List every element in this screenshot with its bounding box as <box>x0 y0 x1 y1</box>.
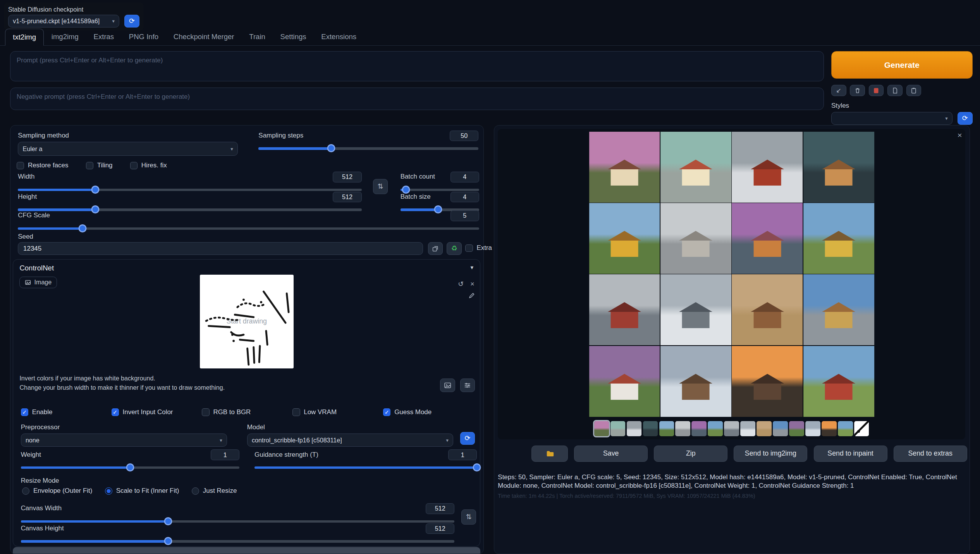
thumbnail[interactable] <box>659 421 674 436</box>
thumbnail[interactable] <box>822 421 837 436</box>
thumbnail[interactable] <box>676 421 691 436</box>
clear-prompt-button[interactable] <box>850 85 865 96</box>
tab-extensions[interactable]: Extensions <box>314 29 364 45</box>
save-style-button[interactable] <box>906 85 922 96</box>
resize-scale-to-fit-radio[interactable]: Scale to Fit (Inner Fit) <box>105 487 179 495</box>
brush-settings-button[interactable] <box>460 379 475 392</box>
save-button[interactable]: Save <box>574 446 648 462</box>
close-gallery-button[interactable]: × <box>958 131 962 140</box>
gallery-image[interactable] <box>660 274 731 345</box>
brush-icon[interactable] <box>468 292 475 299</box>
width-slider[interactable] <box>18 186 361 194</box>
collapse-caret-icon[interactable]: ▼ <box>469 265 475 270</box>
canvas-width-value[interactable]: 512 <box>426 503 454 514</box>
gallery-image[interactable] <box>589 346 660 417</box>
thumbnail[interactable] <box>740 421 755 436</box>
hires-fix-checkbox[interactable]: Hires. fix <box>130 162 167 169</box>
apply-style-button[interactable] <box>887 85 903 96</box>
upload-image-button[interactable] <box>440 379 455 392</box>
tab-png-info[interactable]: PNG Info <box>122 29 166 45</box>
seed-extra-checkbox[interactable]: Extra <box>465 244 492 252</box>
resize-just-resize-radio[interactable]: Just Resize <box>192 487 237 495</box>
gallery-image[interactable] <box>803 203 874 274</box>
preprocessor-dropdown[interactable]: none ▾ <box>21 434 227 447</box>
width-value[interactable]: 512 <box>333 172 361 182</box>
thumbnail[interactable] <box>724 421 739 436</box>
cfg-scale-slider[interactable] <box>18 224 479 232</box>
seed-input[interactable]: 12345 <box>18 242 423 255</box>
generate-button[interactable]: Generate <box>831 51 973 79</box>
gallery-image[interactable] <box>803 346 874 417</box>
send-to-img2img-button[interactable]: Send to img2img <box>734 446 807 462</box>
canvas-height-value[interactable]: 512 <box>426 523 454 534</box>
tab-txt2img[interactable]: txt2img <box>5 29 44 46</box>
thumbnail[interactable] <box>789 421 804 436</box>
refresh-models-button[interactable]: ⟳ <box>460 432 475 444</box>
enable-checkbox[interactable]: Enable <box>21 408 112 416</box>
paste-params-button[interactable]: ↙ <box>831 85 846 96</box>
weight-value[interactable]: 1 <box>211 449 239 460</box>
gallery-image[interactable] <box>803 274 874 345</box>
resize-envelope-radio[interactable]: Envelope (Outer Fit) <box>22 487 93 495</box>
thumbnail[interactable] <box>756 421 772 436</box>
batch-count-value[interactable]: 4 <box>450 172 479 182</box>
tab-settings[interactable]: Settings <box>273 29 314 45</box>
prompt-input[interactable]: Prompt (press Ctrl+Enter or Alt+Enter to… <box>10 51 824 81</box>
height-value[interactable]: 512 <box>333 192 361 202</box>
thumbnail[interactable] <box>773 421 788 436</box>
gallery-image[interactable] <box>589 203 660 274</box>
thumbnail[interactable] <box>643 421 658 436</box>
send-to-inpaint-button[interactable]: Send to inpaint <box>814 446 887 462</box>
thumbnail[interactable] <box>708 421 723 436</box>
undo-icon[interactable]: ↺ <box>458 281 464 288</box>
canvas-height-slider[interactable] <box>21 537 455 545</box>
controlnet-drawing-canvas[interactable]: Start drawing <box>200 275 294 368</box>
gallery-image[interactable] <box>589 132 660 203</box>
thumbnail-control-map[interactable] <box>854 421 869 436</box>
gallery-image[interactable] <box>660 346 731 417</box>
gallery-image[interactable] <box>803 132 874 203</box>
restore-faces-checkbox[interactable]: Restore faces <box>17 162 69 169</box>
canvas-width-slider[interactable] <box>21 517 455 525</box>
guidance-strength-value[interactable]: 1 <box>448 449 477 460</box>
styles-dropdown[interactable]: ▾ <box>831 112 952 124</box>
thumbnail[interactable] <box>627 421 642 436</box>
gallery-image[interactable] <box>732 346 803 417</box>
cfg-scale-value[interactable]: 5 <box>450 210 479 221</box>
guidance-strength-slider[interactable] <box>254 463 477 471</box>
clear-canvas-icon[interactable]: × <box>470 281 474 288</box>
swap-width-height-button[interactable]: ⇅ <box>373 179 388 194</box>
refresh-checkpoints-button[interactable]: ⟳ <box>124 15 139 27</box>
refresh-styles-button[interactable]: ⟳ <box>958 112 973 124</box>
weight-slider[interactable] <box>21 463 240 471</box>
gallery-image[interactable] <box>660 132 731 203</box>
rgb-to-bgr-checkbox[interactable]: RGB to BGR <box>202 408 292 416</box>
style-card-button[interactable] <box>869 85 884 96</box>
guess-mode-checkbox[interactable]: Guess Mode <box>383 408 474 416</box>
batch-size-value[interactable]: 4 <box>450 192 479 202</box>
gallery-image[interactable] <box>589 274 660 345</box>
gallery-image[interactable] <box>732 132 803 203</box>
gallery-image[interactable] <box>732 274 803 345</box>
thumbnail[interactable] <box>838 421 853 436</box>
script-section-collapsed[interactable] <box>13 547 480 553</box>
tab-train[interactable]: Train <box>242 29 273 45</box>
gallery-image[interactable] <box>660 203 731 274</box>
sampling-steps-value[interactable]: 50 <box>450 131 478 141</box>
swap-canvas-size-button[interactable]: ⇅ <box>461 509 476 525</box>
thumbnail[interactable] <box>594 421 609 436</box>
negative-prompt-input[interactable]: Negative prompt (press Ctrl+Enter or Alt… <box>10 88 824 110</box>
reuse-seed-button[interactable]: ♻ <box>447 242 462 255</box>
sampling-steps-slider[interactable] <box>258 144 478 152</box>
tab-checkpoint-merger[interactable]: Checkpoint Merger <box>166 29 242 45</box>
checkpoint-dropdown[interactable]: v1-5-pruned.ckpt [e1441589a6] ▾ <box>8 15 119 27</box>
tiling-checkbox[interactable]: Tiling <box>86 162 113 169</box>
thumbnail[interactable] <box>610 421 626 436</box>
model-dropdown[interactable]: control_scribble-fp16 [c508311e] ▾ <box>247 434 453 447</box>
zip-button[interactable]: Zip <box>654 446 727 462</box>
send-to-extras-button[interactable]: Send to extras <box>894 446 967 462</box>
tab-extras[interactable]: Extras <box>86 29 121 45</box>
thumbnail[interactable] <box>805 421 820 436</box>
invert-input-color-checkbox[interactable]: Invert Input Color <box>112 408 202 416</box>
sampling-method-dropdown[interactable]: Euler a ▾ <box>18 142 238 155</box>
